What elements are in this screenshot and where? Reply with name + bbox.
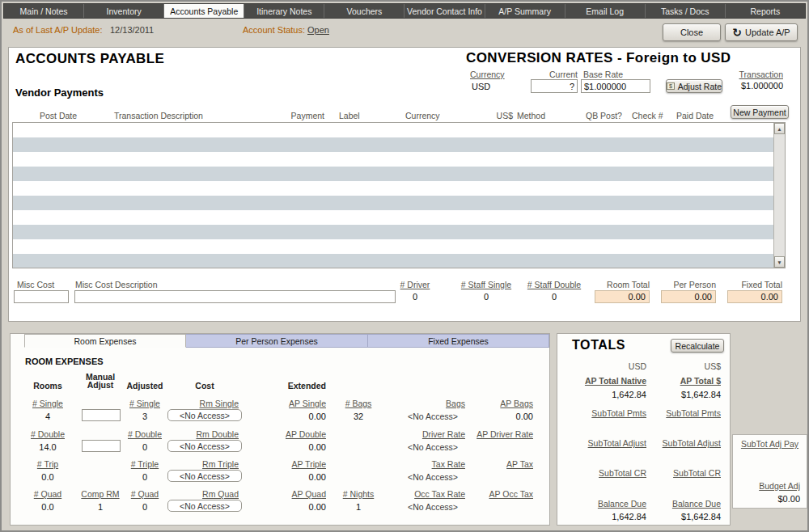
num-quad-link[interactable]: # Quad bbox=[17, 489, 78, 499]
rm-single-link[interactable]: Rm Single bbox=[167, 399, 239, 408]
tab-vouchers[interactable]: Vouchers bbox=[324, 4, 404, 18]
bags-rate-link[interactable]: Bags bbox=[365, 399, 465, 408]
ap-double-link[interactable]: AP Double bbox=[261, 429, 326, 439]
adjusted-double-value: 0 bbox=[121, 442, 169, 452]
manual-adjust-double-input[interactable] bbox=[82, 440, 121, 452]
tab-room-expenses[interactable]: Room Expenses bbox=[24, 334, 186, 348]
last-update-label: As of Last A/P Update: bbox=[13, 25, 102, 35]
staff-double-link[interactable]: # Staff Double bbox=[522, 280, 587, 289]
update-ap-button[interactable]: ↻Update A/P bbox=[725, 23, 798, 41]
tab-email-log[interactable]: Email Log bbox=[565, 4, 646, 18]
driver-rate-link[interactable]: Driver Rate bbox=[365, 429, 465, 439]
subtotal-pmts-native-link[interactable]: SubTotal Pmts bbox=[569, 408, 646, 418]
payment-row bbox=[13, 225, 773, 239]
adjusted-single-link[interactable]: # Single bbox=[121, 399, 169, 408]
ap-tax-link[interactable]: AP Tax bbox=[462, 459, 533, 469]
tab-vendor-contact-info[interactable]: Vendor Contact Info bbox=[404, 4, 485, 18]
rm-quad-link[interactable]: Rm Quad bbox=[167, 489, 239, 499]
num-bags-value: 32 bbox=[332, 412, 384, 421]
update-ap-label: Update A/P bbox=[745, 27, 790, 37]
rm-triple-dropdown-value: <No Access> bbox=[180, 471, 230, 481]
rm-single-dropdown[interactable]: <No Access> bbox=[167, 409, 242, 421]
currency-link[interactable]: Currency bbox=[470, 70, 505, 79]
adjusted-triple-value: 0 bbox=[121, 472, 169, 482]
subtotal-cr-usd-link[interactable]: SubTotal CR bbox=[648, 468, 721, 478]
expense-row-single: # Single 4 # Single 3 Rm Single <No Acce… bbox=[11, 399, 549, 426]
tab-per-person-expenses[interactable]: Per Person Expenses bbox=[186, 334, 368, 348]
tab-tasks-docs[interactable]: Tasks / Docs bbox=[646, 4, 726, 18]
payments-scrollbar[interactable]: ▲ ▼ bbox=[773, 123, 785, 268]
adjust-rate-button[interactable]: Adjust Rate bbox=[666, 79, 722, 93]
budget-adj-link[interactable]: Budget Adj bbox=[733, 481, 800, 491]
adjusted-double-link[interactable]: # Double bbox=[121, 429, 169, 439]
totals-panel: TOTALS Recalculate USD US$ AP Total Nati… bbox=[557, 333, 731, 526]
subtotal-pmts-usd-link[interactable]: SubTotal Pmts bbox=[648, 408, 721, 418]
manual-adjust-single-input[interactable] bbox=[82, 409, 121, 421]
scroll-up-icon[interactable]: ▲ bbox=[774, 123, 785, 134]
subtotal-adjust-native-link[interactable]: SubTotal Adjust bbox=[569, 438, 646, 448]
current-rate-input[interactable] bbox=[531, 79, 578, 93]
adjustment-side-panel: SubTot Adj Pay Budget Adj $0.00 bbox=[732, 434, 807, 509]
tab-fixed-expenses[interactable]: Fixed Expenses bbox=[368, 334, 549, 348]
scroll-down-icon[interactable]: ▼ bbox=[774, 256, 785, 268]
misc-cost-description-label: Misc Cost Description bbox=[75, 280, 158, 289]
budget-adj-value: $0.00 bbox=[733, 494, 800, 504]
ap-triple-link[interactable]: AP Triple bbox=[261, 459, 326, 469]
num-double-link[interactable]: # Double bbox=[17, 429, 78, 439]
adjusted-triple-link[interactable]: # Triple bbox=[121, 459, 169, 469]
tab-ap-summary[interactable]: A/P Summary bbox=[485, 4, 565, 18]
staff-single-link[interactable]: # Staff Single bbox=[455, 280, 517, 289]
num-single-link[interactable]: # Single bbox=[17, 399, 78, 408]
ap-bags-value: 0.00 bbox=[462, 412, 533, 421]
transaction-link[interactable]: Transaction bbox=[718, 70, 783, 79]
recalculate-button[interactable]: Recalculate bbox=[671, 339, 724, 353]
last-update-date: 12/13/2011 bbox=[110, 25, 154, 35]
tab-main-notes[interactable]: Main / Notes bbox=[4, 4, 84, 18]
ap-driver-rate-link[interactable]: AP Driver Rate bbox=[462, 429, 533, 439]
ap-occ-tax-link[interactable]: AP Occ Tax bbox=[462, 489, 533, 499]
ap-quad-link[interactable]: AP Quad bbox=[261, 489, 326, 499]
tab-inventory[interactable]: Inventory bbox=[84, 4, 164, 18]
rm-triple-link[interactable]: Rm Triple bbox=[167, 459, 239, 469]
subtot-adj-pay-link[interactable]: SubTot Adj Pay bbox=[733, 439, 807, 449]
balance-due-native-link[interactable]: Balance Due bbox=[569, 499, 646, 509]
tab-reports[interactable]: Reports bbox=[726, 4, 805, 18]
adjusted-quad-link[interactable]: # Quad bbox=[121, 489, 169, 499]
comp-rm-link[interactable]: Comp RM bbox=[77, 489, 124, 499]
usd-column-header: US$ bbox=[648, 361, 721, 371]
close-button[interactable]: Close bbox=[663, 23, 721, 41]
tab-itinerary-notes[interactable]: Itinerary Notes bbox=[244, 4, 324, 18]
header-rooms: Rooms bbox=[17, 381, 78, 391]
ap-double-value: 0.00 bbox=[261, 442, 326, 452]
num-trip-link[interactable]: # Trip bbox=[17, 459, 78, 469]
adjusted-quad-value: 0 bbox=[121, 502, 169, 512]
payment-row bbox=[13, 196, 773, 210]
new-payment-button[interactable]: New Payment bbox=[731, 105, 789, 119]
per-person-label: Per Person bbox=[661, 280, 716, 289]
misc-cost-description-input[interactable] bbox=[74, 290, 396, 303]
subtotal-cr-native-link[interactable]: SubTotal CR bbox=[569, 468, 646, 478]
account-status-link[interactable]: Open bbox=[307, 25, 329, 35]
fixed-total-value: 0.00 bbox=[761, 292, 778, 302]
per-person-value: 0.00 bbox=[695, 292, 712, 302]
misc-cost-input[interactable] bbox=[14, 290, 69, 303]
tax-rate-link[interactable]: Tax Rate bbox=[365, 459, 465, 469]
occ-tax-rate-link[interactable]: Occ Tax Rate bbox=[365, 489, 465, 499]
driver-link[interactable]: # Driver bbox=[392, 280, 438, 289]
rm-double-link[interactable]: Rm Double bbox=[167, 429, 239, 439]
rm-quad-dropdown[interactable]: <No Access> bbox=[167, 500, 242, 512]
money-icon bbox=[667, 82, 675, 90]
tab-accounts-payable[interactable]: Accounts Payable bbox=[164, 4, 244, 18]
balance-due-usd-link[interactable]: Balance Due bbox=[648, 499, 721, 509]
driver-value: 0 bbox=[392, 292, 438, 302]
base-rate-input[interactable] bbox=[581, 79, 650, 93]
rm-triple-dropdown[interactable]: <No Access> bbox=[167, 470, 242, 482]
subtotal-adjust-usd-link[interactable]: SubTotal Adjust bbox=[648, 438, 721, 448]
ap-bags-link[interactable]: AP Bags bbox=[462, 399, 533, 408]
account-status-label: Account Status: bbox=[243, 25, 305, 35]
ap-total-native-link[interactable]: AP Total Native bbox=[569, 376, 646, 386]
payment-row bbox=[13, 254, 773, 268]
ap-single-link[interactable]: AP Single bbox=[261, 399, 326, 408]
ap-total-usd-link[interactable]: AP Total $ bbox=[648, 376, 721, 386]
rm-double-dropdown[interactable]: <No Access> bbox=[167, 440, 242, 452]
